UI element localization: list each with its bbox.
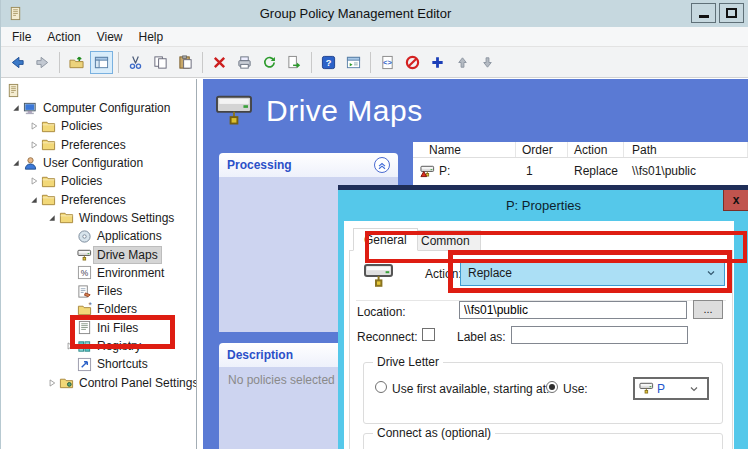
toolbar-copy-icon[interactable]	[149, 51, 172, 74]
tree-item-environment[interactable]: %Environment	[1, 264, 196, 282]
cell-action-text: Replace	[574, 164, 618, 178]
cell-name: P:	[413, 163, 516, 178]
tree-item-preferences[interactable]: Preferences	[1, 190, 196, 208]
drive-letter-value: P	[657, 382, 665, 396]
tree-item-registry[interactable]: Registry	[1, 337, 196, 355]
expander-collapsed-icon[interactable]	[63, 341, 77, 351]
radio-use-first-available[interactable]	[375, 381, 387, 393]
svg-text:<>: <>	[383, 58, 392, 67]
tab-common[interactable]: Common	[410, 230, 481, 251]
cell-order-text: 1	[526, 164, 533, 178]
connect-as-group-label: Connect as (optional)	[373, 426, 495, 440]
tree-item-label: Control Panel Settings	[76, 375, 197, 391]
action-dropdown[interactable]: Replace	[460, 259, 725, 286]
column-header-order[interactable]: Order	[516, 142, 568, 157]
chevron-down-icon	[688, 383, 700, 395]
cell-order: 1	[516, 164, 568, 178]
dialog-body: General Common Action: Replace Location:…	[344, 221, 734, 449]
tree-item-shortcuts[interactable]: Shortcuts	[1, 355, 196, 373]
cell-path-text: \\fs01\public	[632, 164, 696, 178]
column-header-action[interactable]: Action	[568, 142, 624, 157]
cell-path: \\fs01\public	[624, 164, 748, 178]
menu-file[interactable]: File	[4, 28, 39, 46]
tree-item-label: Environment	[94, 265, 167, 281]
drive-letter-dropdown[interactable]: P	[633, 377, 709, 400]
menu-view[interactable]: View	[89, 28, 131, 46]
toolbar-delete-icon[interactable]	[208, 51, 231, 74]
toolbar-block-icon[interactable]	[401, 51, 424, 74]
browse-button[interactable]: ...	[693, 300, 723, 319]
cell-action: Replace	[568, 164, 624, 178]
toolbar-up-one-level-icon[interactable]	[65, 51, 88, 74]
toolbar-help-icon[interactable]: ?	[317, 51, 340, 74]
list-row-p-drive[interactable]: P:1Replace\\fs01\public	[413, 158, 748, 183]
tree-item-label: Ini Files	[94, 320, 141, 336]
toolbar-add-icon[interactable]	[426, 51, 449, 74]
collapse-panel-button[interactable]	[374, 157, 390, 173]
tree-item-computer-configuration[interactable]: Computer Configuration	[1, 99, 196, 117]
toolbar-print-icon[interactable]	[233, 51, 256, 74]
tree-item-user-configuration[interactable]: User Configuration	[1, 154, 196, 172]
tree-item-files[interactable]: Files	[1, 282, 196, 300]
tab-general[interactable]: General	[353, 228, 418, 251]
tree-item-label: Preferences	[58, 192, 129, 208]
folder-icon	[41, 174, 58, 189]
expander-collapsed-icon[interactable]	[27, 176, 41, 186]
minimize-icon	[699, 15, 709, 18]
tree-item-applications[interactable]: Applications	[1, 227, 196, 245]
toolbar: ?<>	[1, 47, 748, 78]
toolbar-paste-icon[interactable]	[174, 51, 197, 74]
gpo-scroll-icon	[6, 83, 23, 98]
tree-item-policies[interactable]: Policies	[1, 172, 196, 190]
expander-expanded-icon[interactable]	[9, 158, 23, 168]
radio-use[interactable]	[546, 381, 558, 393]
expander-expanded-icon[interactable]	[27, 195, 41, 205]
toolbar-properties-icon[interactable]: <>	[376, 51, 399, 74]
column-header-name[interactable]: Name	[413, 142, 516, 157]
console-tree: Computer ConfigurationPoliciesPreference…	[1, 79, 197, 449]
toolbar-export-list-icon[interactable]	[283, 51, 306, 74]
disc-icon	[77, 229, 94, 244]
tree-item-label: Drive Maps	[94, 247, 161, 263]
toolbar-refresh-icon[interactable]	[258, 51, 281, 74]
toolbar-console-tree-icon[interactable]	[342, 51, 365, 74]
processing-panel-title: Processing	[227, 158, 292, 172]
menu-help[interactable]: Help	[131, 28, 172, 46]
tree-item-label: Files	[94, 283, 125, 299]
toolbar-move-up-icon[interactable]	[451, 51, 474, 74]
menu-action[interactable]: Action	[39, 28, 88, 46]
toolbar-separator	[311, 52, 312, 73]
expander-expanded-icon[interactable]	[45, 213, 59, 223]
toolbar-move-down-icon[interactable]	[476, 51, 499, 74]
expander-collapsed-icon[interactable]	[27, 140, 41, 150]
tree-item-preferences[interactable]: Preferences	[1, 136, 196, 154]
expander-collapsed-icon[interactable]	[27, 121, 41, 131]
label-as-field[interactable]	[511, 326, 688, 344]
toolbar-back-icon[interactable]	[6, 51, 29, 74]
location-label: Location:	[357, 305, 406, 319]
window-title: Group Policy Management Editor	[23, 6, 688, 21]
toolbar-cut-icon[interactable]	[124, 51, 147, 74]
toolbar-forward-icon[interactable]	[31, 51, 54, 74]
tree-root-node[interactable]	[1, 82, 196, 99]
tree-item-drive-maps[interactable]: Drive Maps	[1, 245, 196, 263]
expander-expanded-icon[interactable]	[9, 103, 23, 113]
tree-item-windows-settings[interactable]: Windows Settings	[1, 209, 196, 227]
column-header-path[interactable]: Path	[624, 142, 748, 157]
dialog-close-button[interactable]: x	[723, 190, 748, 211]
minimize-button[interactable]	[691, 3, 716, 23]
toolbar-list-view-icon[interactable]	[90, 51, 113, 74]
tree-item-policies[interactable]: Policies	[1, 117, 196, 135]
tree-item-control-panel-settings[interactable]: Control Panel Settings	[1, 373, 196, 391]
expander-collapsed-icon[interactable]	[45, 378, 59, 388]
tree-item-ini-files[interactable]: Ini Files	[1, 319, 196, 337]
user-icon	[23, 156, 40, 171]
title-bar: Group Policy Management Editor	[1, 0, 748, 27]
tree-item-folders[interactable]: *Folders	[1, 300, 196, 318]
drive-icon	[77, 247, 94, 262]
tree-item-label: Folders	[94, 301, 140, 317]
chevron-down-icon	[705, 267, 717, 279]
location-field[interactable]	[459, 301, 687, 319]
reconnect-checkbox[interactable]	[422, 328, 435, 341]
maximize-button[interactable]	[719, 3, 744, 23]
